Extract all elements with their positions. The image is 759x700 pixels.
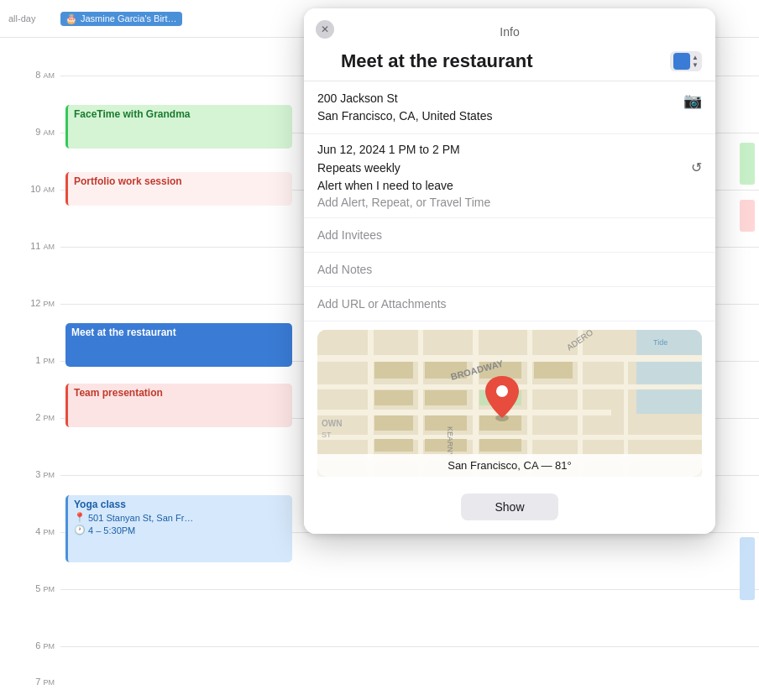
svg-text:ST: ST — [322, 431, 332, 439]
time-11am: 11 AM — [0, 241, 55, 251]
right-event-1 — [740, 143, 755, 185]
team-event[interactable]: Team presentation — [65, 384, 292, 427]
add-url-row[interactable]: Add URL or Attachments — [304, 287, 715, 321]
popup-title: Meet at the restaurant — [341, 50, 533, 72]
map-container[interactable]: BROADWAY KEARNY OWN ST ADERO Tide San Fr… — [317, 330, 702, 477]
svg-text:KEARNY: KEARNY — [446, 426, 454, 457]
yoga-address-detail: 📍 501 Stanyan St, San Fr… — [74, 512, 286, 523]
hour-line-5 — [60, 589, 759, 590]
alert-text: Alert when I need to leave — [317, 179, 702, 192]
add-notes-text: Add Notes — [317, 263, 702, 276]
repeats-row: Repeats weekly ↺ — [317, 159, 702, 175]
clock-icon: 🕐 — [74, 525, 86, 535]
location-text: 200 Jackson St San Francisco, CA, United… — [317, 90, 493, 125]
color-swatch — [673, 53, 690, 70]
add-url-text: Add URL or Attachments — [317, 297, 702, 311]
repeat-icon[interactable]: ↺ — [691, 159, 702, 175]
svg-rect-21 — [425, 415, 467, 431]
hour-line-6 — [60, 646, 759, 647]
facetime-event[interactable]: FaceTime with Grandma — [65, 105, 292, 149]
show-button-row: Show — [304, 485, 715, 534]
camera-icon[interactable]: 📷 — [683, 91, 702, 110]
right-event-3 — [740, 537, 755, 600]
close-button[interactable]: ✕ — [316, 20, 334, 39]
portfolio-event[interactable]: Portfolio work session — [65, 172, 292, 206]
svg-rect-25 — [479, 439, 521, 452]
stepper-arrows[interactable]: ▲ ▼ — [692, 55, 699, 69]
popup-info-label: Info — [304, 17, 715, 39]
svg-rect-2 — [317, 355, 702, 362]
time-1pm: 1 PM — [0, 355, 55, 365]
restaurant-event[interactable]: Meet at the restaurant — [65, 323, 292, 367]
time-4pm: 4 PM — [0, 526, 55, 536]
yoga-event[interactable]: Yoga class 📍 501 Stanyan St, San Fr… 🕐 4… — [65, 495, 292, 562]
time-3pm: 3 PM — [0, 469, 55, 479]
color-picker[interactable]: ▲ ▼ — [670, 51, 702, 71]
allday-event[interactable]: 🎂 Jasmine Garcia's Birt… — [60, 12, 182, 26]
time-9am: 9 AM — [0, 127, 55, 137]
svg-rect-20 — [374, 415, 413, 431]
time-8am: 8 AM — [0, 70, 55, 80]
svg-text:Tide: Tide — [653, 338, 667, 347]
birthday-icon: 🎂 — [65, 13, 77, 24]
time-6pm: 6 PM — [0, 640, 55, 650]
info-popup: ✕ Info Meet at the restaurant ▲ ▼ 200 Ja… — [304, 8, 715, 534]
time-5pm: 5 PM — [0, 583, 55, 593]
repeats-text: Repeats weekly — [317, 161, 400, 175]
svg-rect-19 — [534, 362, 573, 379]
datetime-text: Jun 12, 2024 1 PM to 2 PM — [317, 143, 702, 156]
svg-rect-14 — [374, 390, 413, 405]
add-notes-row[interactable]: Add Notes — [304, 253, 715, 287]
datetime-row: Jun 12, 2024 1 PM to 2 PM Repeats weekly… — [304, 134, 715, 218]
location-row: 200 Jackson St San Francisco, CA, United… — [304, 81, 715, 134]
svg-rect-4 — [317, 410, 611, 415]
add-invitees-text: Add Invitees — [317, 228, 702, 242]
svg-rect-13 — [374, 362, 413, 379]
yoga-time-detail: 🕐 4 – 5:30PM — [74, 525, 286, 535]
location-icon: 📍 — [74, 512, 86, 523]
svg-rect-16 — [425, 390, 467, 405]
svg-text:OWN: OWN — [322, 419, 342, 428]
svg-rect-24 — [425, 439, 467, 452]
svg-rect-1 — [636, 330, 702, 414]
map-label: San Francisco, CA — 81° — [317, 454, 702, 477]
stepper-down-icon[interactable]: ▼ — [692, 62, 699, 69]
time-7pm: 7 PM — [0, 676, 55, 687]
add-more-text[interactable]: Add Alert, Repeat, or Travel Time — [317, 196, 702, 209]
show-button[interactable]: Show — [461, 494, 557, 520]
stepper-up-icon[interactable]: ▲ — [692, 55, 699, 61]
time-12pm: 12 PM — [0, 298, 55, 308]
time-column: 8 AM 9 AM 10 AM 11 AM 12 PM 1 PM 2 PM 3 … — [0, 0, 60, 700]
svg-rect-23 — [374, 439, 413, 452]
popup-title-row: Meet at the restaurant ▲ ▼ — [304, 39, 715, 81]
svg-point-33 — [496, 385, 508, 397]
time-10am: 10 AM — [0, 184, 55, 194]
time-2pm: 2 PM — [0, 412, 55, 422]
add-invitees-row[interactable]: Add Invitees — [304, 218, 715, 253]
right-event-2 — [740, 200, 755, 232]
